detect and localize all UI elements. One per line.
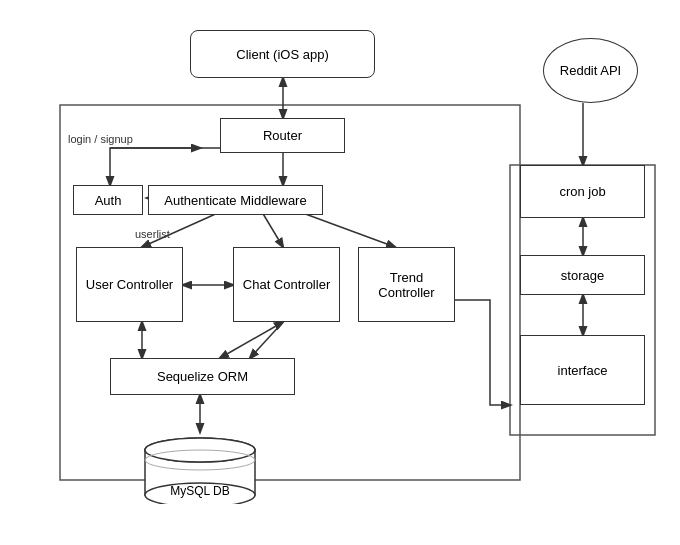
storage-node: storage	[520, 255, 645, 295]
svg-line-8	[300, 212, 395, 247]
auth-node: Auth	[73, 185, 143, 215]
router-node: Router	[220, 118, 345, 153]
client-node: Client (iOS app)	[190, 30, 375, 78]
svg-line-12	[250, 322, 283, 358]
userlist-label: userlist	[135, 228, 170, 240]
interface-node: interface	[520, 335, 645, 405]
sequelize-orm-node: Sequelize ORM	[110, 358, 295, 395]
svg-line-11	[220, 322, 283, 358]
reddit-api-node: Reddit API	[543, 38, 638, 103]
mysql-db-node: MySQL DB	[140, 432, 260, 504]
chat-controller-node: Chat Controller	[233, 247, 340, 322]
svg-line-7	[262, 212, 283, 247]
trend-controller-node: Trend Controller	[358, 247, 455, 322]
architecture-diagram: Client (iOS app) Router login / signup A…	[0, 0, 680, 545]
cron-job-node: cron job	[520, 165, 645, 218]
user-controller-node: User Controller	[76, 247, 183, 322]
auth-middleware-node: Authenticate Middleware	[148, 185, 323, 215]
login-signup-label: login / signup	[68, 133, 133, 145]
